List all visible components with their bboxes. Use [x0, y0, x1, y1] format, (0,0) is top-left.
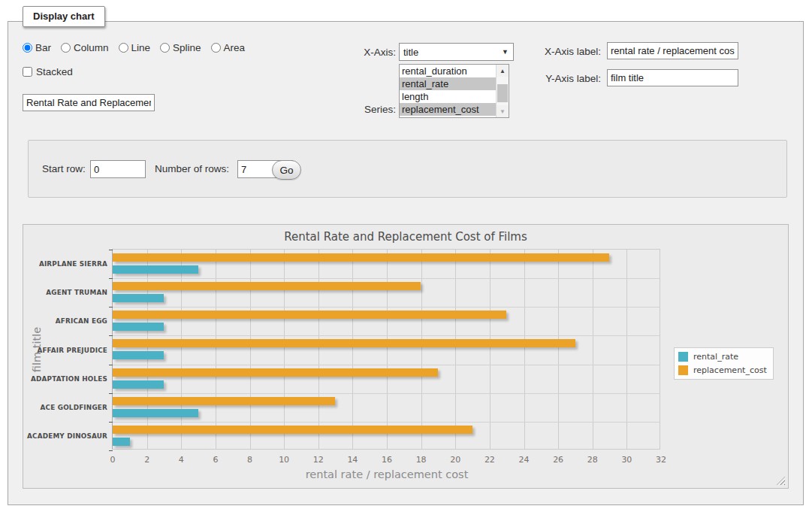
start-row-label: Start row:: [42, 163, 86, 174]
gridline: [284, 250, 285, 449]
plot-area: 02468101214161820222426283032AIRPLANE SI…: [112, 249, 660, 450]
gridline: [318, 250, 319, 449]
series-option-replacement_cost[interactable]: replacement_cost: [400, 103, 496, 116]
chart-title-input[interactable]: [23, 94, 155, 111]
bar-replacement_cost: [113, 282, 421, 290]
chart-type-radio-label: Bar: [35, 42, 51, 53]
scrollbar[interactable]: ▲ ▼: [496, 65, 509, 117]
y-tick-mark: [109, 450, 113, 451]
chart-type-option-column[interactable]: Column: [61, 42, 109, 53]
series-list-label: Series:: [362, 104, 396, 115]
chart-type-radio-label: Spline: [173, 42, 201, 53]
x-tick-label: 30: [614, 455, 638, 465]
gridline: [113, 335, 660, 336]
x-tick-label: 14: [340, 455, 364, 465]
x-tick-label: 28: [581, 455, 605, 465]
panel-title: Display chart: [23, 6, 105, 27]
stacked-checkbox[interactable]: [23, 67, 32, 77]
bar-replacement_cost: [113, 339, 575, 347]
scroll-down-icon[interactable]: ▼: [497, 105, 509, 117]
bar-replacement_cost: [113, 426, 472, 434]
gridline: [113, 365, 660, 365]
page: Display chart BarColumnLineSplineArea St…: [0, 0, 812, 512]
chart-type-option-line[interactable]: Line: [119, 42, 151, 53]
x-axis-select-label: X-Axis:: [362, 47, 396, 58]
category-label: ACE GOLDFINGER: [23, 403, 107, 412]
gridline: [387, 250, 388, 449]
chart-type-option-bar[interactable]: Bar: [23, 42, 51, 53]
category-label: AIRPLANE SIERRA: [23, 259, 107, 268]
bar-rental_rate: [113, 323, 164, 331]
bar-replacement_cost: [113, 311, 506, 319]
stacked-option[interactable]: Stacked: [23, 66, 73, 77]
scrollbar-thumb[interactable]: [497, 84, 508, 102]
x-axis-selected-value: title: [403, 47, 418, 58]
series-option-rental_rate[interactable]: rental_rate: [400, 77, 496, 90]
y-tick-mark: [109, 278, 113, 279]
y-tick-mark: [109, 307, 113, 308]
series-option-length[interactable]: length: [400, 90, 496, 103]
x-tick-label: 6: [204, 455, 228, 465]
go-button[interactable]: Go: [272, 160, 301, 180]
y-axis-title: film title: [31, 303, 44, 396]
category-label: ACADEMY DINOSAUR: [23, 432, 107, 441]
gridline: [250, 250, 251, 449]
chevron-down-icon: ▼: [502, 48, 509, 56]
bar-rental_rate: [113, 351, 164, 359]
chart-type-radio-label: Line: [131, 42, 151, 53]
gridline: [113, 278, 660, 279]
x-axis-label-input[interactable]: [607, 42, 738, 59]
chart-type-radio-label: Area: [224, 42, 246, 53]
x-axis-select[interactable]: title ▼: [399, 43, 514, 61]
gridline: [147, 250, 148, 449]
chart-type-radio-bar[interactable]: [23, 43, 32, 53]
gridline: [181, 250, 182, 449]
series-options: rental_durationrental_ratelengthreplacem…: [400, 65, 496, 117]
gridline: [113, 393, 660, 394]
y-tick-mark: [109, 250, 113, 250]
start-row-input[interactable]: [90, 160, 146, 178]
legend-item-replacement_cost: replacement_cost: [678, 365, 767, 375]
y-tick-mark: [109, 365, 113, 365]
x-tick-label: 20: [443, 455, 467, 465]
legend-label: rental_rate: [693, 352, 738, 362]
gridline: [524, 250, 525, 449]
chart-type-radio-spline[interactable]: [160, 43, 170, 53]
chart-type-radio-column[interactable]: [61, 43, 71, 53]
chart-type-option-area[interactable]: Area: [211, 42, 246, 53]
row-range-box: Start row: Number of rows: Go: [28, 140, 787, 198]
gridline: [593, 250, 593, 449]
x-tick-label: 26: [546, 455, 570, 465]
chart-type-radio-line[interactable]: [119, 43, 128, 53]
x-tick-label: 0: [101, 455, 125, 465]
chart-type-option-spline[interactable]: Spline: [160, 42, 201, 53]
resize-handle-icon[interactable]: [777, 477, 785, 485]
category-label: AGENT TRUMAN: [23, 288, 107, 297]
x-tick-label: 18: [409, 455, 433, 465]
legend-item-rental_rate: rental_rate: [678, 352, 767, 362]
y-axis-label-field-label: Y-Axis label:: [538, 73, 601, 84]
stacked-label: Stacked: [36, 66, 73, 77]
gridline: [558, 250, 559, 449]
bar-replacement_cost: [113, 253, 609, 262]
y-tick-mark: [109, 335, 113, 336]
chart-type-radio-area[interactable]: [211, 43, 221, 53]
chart-container: Rental Rate and Replacement Cost of Film…: [23, 224, 789, 489]
x-tick-label: 4: [169, 455, 193, 465]
series-multiselect[interactable]: rental_durationrental_ratelengthreplacem…: [399, 64, 509, 118]
x-tick-label: 8: [238, 455, 262, 465]
y-axis-label-input[interactable]: [607, 69, 738, 86]
gridline: [626, 250, 627, 449]
y-tick-mark: [109, 422, 113, 423]
series-option-rental_duration[interactable]: rental_duration: [400, 65, 496, 77]
gridline: [352, 250, 353, 449]
gridline: [113, 422, 660, 423]
scroll-up-icon[interactable]: ▲: [497, 65, 509, 77]
gridline: [113, 307, 660, 308]
bar-replacement_cost: [113, 397, 335, 405]
x-tick-label: 24: [512, 455, 536, 465]
bar-rental_rate: [113, 380, 164, 389]
legend-swatch: [678, 352, 688, 362]
x-tick-label: 16: [375, 455, 399, 465]
bar-rental_rate: [113, 265, 198, 274]
